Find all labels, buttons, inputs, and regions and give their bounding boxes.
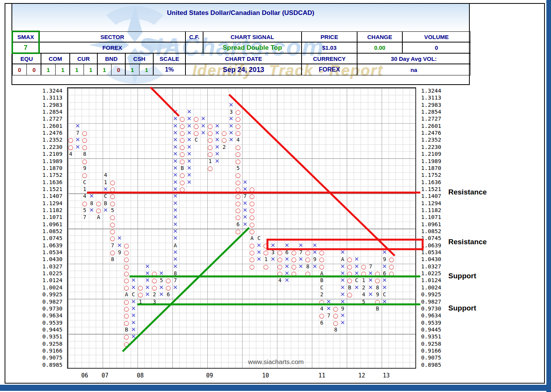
pnf-o-symbol: ○ (109, 235, 116, 242)
pnf-x-symbol: ✕ (185, 179, 193, 186)
pnf-o-symbol: ○ (165, 284, 172, 291)
pnf-o-symbol: ○ (235, 193, 242, 200)
pnf-x-symbol: ✕ (311, 242, 318, 249)
chart-signal-value: Spread Double Top (203, 42, 302, 53)
support-label: Support (448, 304, 476, 312)
pnf-month-marker: 4 (276, 277, 284, 284)
pnf-o-symbol: ○ (109, 179, 116, 186)
pnf-x-symbol: ✕ (88, 193, 95, 200)
pnf-o-symbol: ○ (123, 319, 130, 327)
equ-flag-2: 0 (27, 64, 41, 75)
price-label-left: 1.1294 (30, 200, 62, 207)
year-label: 06 (76, 372, 93, 379)
pnf-x-symbol: ✕ (172, 172, 179, 179)
price-label-left: 1.0961 (30, 221, 62, 228)
pnf-x-symbol: ✕ (158, 270, 165, 277)
pnf-x-symbol: ✕ (172, 263, 179, 270)
pnf-o-symbol: ○ (137, 284, 144, 291)
pnf-x-symbol: ✕ (213, 136, 221, 144)
pnf-x-symbol: ✕ (228, 101, 235, 109)
price-label-right: 0.9925 (421, 291, 456, 298)
price-label-left: 1.3244 (30, 87, 62, 95)
price-label-right: 1.2601 (421, 122, 456, 130)
pnf-o-symbol: ○ (248, 228, 256, 235)
pnf-x-symbol: ✕ (339, 270, 346, 277)
pnf-x-symbol: ✕ (228, 122, 235, 130)
pnf-x-symbol: ✕ (185, 136, 193, 144)
pnf-x-symbol: ✕ (185, 172, 193, 179)
pnf-x-symbol: ✕ (116, 235, 123, 242)
pnf-month-marker: 6 (235, 221, 242, 228)
pnf-o-symbol: ○ (109, 249, 116, 256)
pnf-o-symbol: ○ (235, 115, 242, 122)
volume-value: 0 (402, 42, 471, 53)
pnf-o-symbol: ○ (318, 312, 325, 319)
pnf-month-marker: 1 (360, 277, 367, 284)
pnf-x-symbol: ✕ (130, 312, 137, 319)
pnf-month-marker: 1 (137, 298, 144, 305)
price-label-left: 1.0124 (30, 277, 62, 284)
price-label-left: 1.2983 (30, 101, 62, 109)
pnf-x-symbol: ✕ (283, 270, 290, 277)
pnf-x-symbol: ✕ (172, 193, 179, 200)
pnf-o-symbol: ○ (248, 193, 256, 200)
pnf-x-symbol: ✕ (144, 291, 151, 298)
price-label-left: 1.1870 (30, 165, 62, 172)
pnf-x-symbol: ✕ (74, 122, 81, 130)
pnf-x-symbol: ✕ (172, 129, 179, 137)
pnf-month-marker: 7 (109, 242, 116, 249)
pnf-x-symbol: ✕ (172, 144, 179, 151)
pnf-x-symbol: ✕ (88, 207, 95, 214)
pnf-x-symbol: ✕ (172, 221, 179, 228)
change-header: CHANGE (357, 31, 402, 42)
pnf-month-marker: C (130, 291, 137, 298)
equ-flag-1: 0 (13, 64, 27, 75)
pnf-o-symbol: ○ (262, 249, 270, 256)
price-label-right: 1.2983 (421, 101, 456, 109)
pnf-x-symbol: ✕ (228, 129, 235, 137)
pnf-x-symbol: ✕ (353, 284, 360, 291)
pnf-x-symbol: ✕ (381, 277, 388, 284)
pnf-o-symbol: ○ (81, 129, 88, 137)
pnf-o-symbol: ○ (193, 129, 200, 137)
price-label-right: 1.1071 (421, 214, 456, 221)
pnf-x-symbol: ✕ (339, 277, 346, 284)
price-label-left: 0.9075 (30, 354, 62, 361)
cur-flag-2: 1 (84, 64, 98, 75)
pnf-x-symbol: ✕ (130, 319, 137, 327)
pnf-o-symbol: ○ (346, 270, 353, 277)
pnf-x-symbol: ✕ (381, 298, 388, 305)
pnf-o-symbol: ○ (179, 129, 186, 137)
pnf-x-symbol: ✕ (339, 312, 346, 319)
pnf-x-symbol: ✕ (228, 136, 235, 144)
price-label-right: 0.8985 (421, 361, 456, 369)
pnf-x-symbol: ✕ (269, 242, 277, 249)
pnf-month-marker: 5 (109, 207, 116, 214)
pnf-x-symbol: ✕ (213, 144, 221, 151)
pnf-o-symbol: ○ (81, 136, 88, 144)
price-label-right: 0.9258 (421, 340, 456, 348)
pnf-x-symbol: ✕ (172, 214, 179, 221)
pnf-o-symbol: ○ (235, 228, 242, 235)
equ-flags: 0 0 (12, 64, 41, 75)
pnf-month-marker: 7 (325, 312, 332, 319)
pnf-o-symbol: ○ (290, 256, 297, 263)
pnf-x-symbol: ✕ (339, 284, 346, 291)
pnf-o-symbol: ○ (207, 144, 214, 151)
pnf-x-symbol: ✕ (283, 277, 290, 284)
pnf-x-symbol: ✕ (172, 284, 179, 291)
pnf-x-symbol: ✕ (158, 291, 165, 298)
price-label-left: 0.9539 (30, 319, 62, 327)
pnf-o-symbol: ○ (235, 207, 242, 214)
price-label-right: 1.3113 (421, 94, 456, 101)
pnf-o-symbol: ○ (276, 263, 284, 270)
pnf-o-symbol: ○ (179, 186, 186, 193)
pnf-x-symbol: ✕ (213, 129, 221, 137)
pnf-month-marker: C (381, 291, 388, 298)
pnf-month-marker: 7 (172, 277, 179, 284)
pnf-month-marker: 4 (235, 136, 242, 144)
price-label-right: 1.3244 (421, 87, 456, 95)
pnf-month-marker: B (346, 284, 353, 291)
smax-highlight-box (11, 31, 40, 54)
price-label-right: 1.1989 (421, 158, 456, 165)
